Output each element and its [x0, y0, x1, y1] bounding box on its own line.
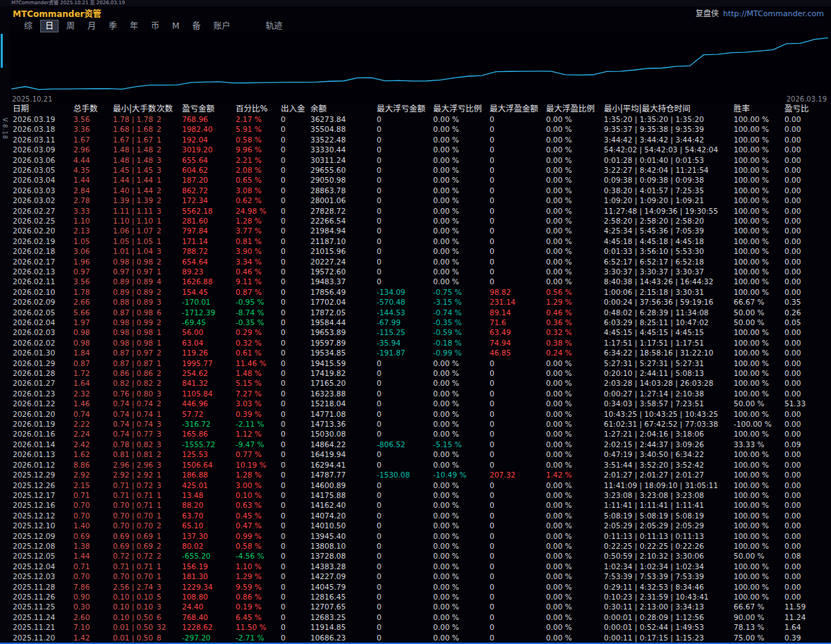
table-row[interactable]: 2026.03.041.441.44 | 1.441187.200.65 %02…	[10, 175, 831, 185]
table-row[interactable]: 2025.11.287.862.56 | 2.7431229.349.59 %0…	[10, 582, 831, 592]
table-row[interactable]: 2026.02.055.660.87 | 0.986-1712.39-8.74 …	[10, 308, 831, 317]
cell-dep: 0	[281, 429, 310, 439]
table-row[interactable]: 2025.12.090.690.69 | 0.691137.300.99 %01…	[10, 531, 831, 541]
cell-mfpp: 0.00 %	[546, 145, 604, 154]
table-row[interactable]: 2026.03.064.441.48 | 1.483655.642.21 %03…	[10, 155, 831, 165]
table-row[interactable]: 2026.02.273.331.11 | 1.1135562.1824.98 %…	[10, 206, 831, 216]
table-row[interactable]: 2025.11.217.100.01 | 0.50321228.6211.50 …	[10, 622, 831, 632]
table-row[interactable]: 2026.02.171.960.98 | 0.982654.643.34 %02…	[10, 257, 831, 267]
cell-bal: 20227.24	[310, 257, 377, 267]
table-row[interactable]: 2026.02.041.970.98 | 0.992-69.45-0.35 %0…	[10, 317, 831, 327]
table-row[interactable]: 2025.12.030.700.70 | 0.701181.301.29 %01…	[10, 571, 831, 581]
menu-item-备[interactable]: 备	[188, 20, 205, 32]
table-row[interactable]: 2026.03.032.841.40 | 1.442862.723.08 %02…	[10, 186, 831, 195]
col-header-win[interactable]: 胜率	[734, 104, 784, 114]
table-row[interactable]: 2026.03.022.781.39 | 1.392172.340.62 %02…	[10, 195, 831, 205]
table-row[interactable]: 2025.12.040.710.71 | 0.711156.191.10 %01…	[10, 561, 831, 571]
table-row[interactable]: 2026.01.290.870.87 | 0.8711995.7711.46 %…	[10, 358, 831, 368]
site-link[interactable]: http://MTCommander.com	[723, 9, 824, 18]
table-row[interactable]: 2026.01.271.640.82 | 0.822841.325.15 %01…	[10, 378, 831, 388]
table-row[interactable]: 2026.02.092.660.88 | 0.893-170.01-0.95 %…	[10, 297, 831, 307]
col-header-hold[interactable]: 最小|平均|最大持仓时间	[604, 104, 734, 114]
table-row[interactable]: 2026.03.193.561.78 | 1.782768.962.17 %03…	[10, 114, 831, 124]
table-row[interactable]: 2025.12.081.380.69 | 0.69280.020.58 %013…	[10, 541, 831, 551]
table-row[interactable]: 2026.01.221.460.74 | 0.742446.963.03 %01…	[10, 399, 831, 408]
cell-pl: 654.64	[182, 257, 236, 267]
menu-item-年[interactable]: 年	[126, 20, 142, 32]
cell-ratio: 0.26	[784, 308, 820, 317]
table-row[interactable]: 2026.01.301.840.87 | 0.972119.260.61 %01…	[10, 348, 831, 358]
table-row[interactable]: 2026.02.183.061.01 | 1.043788.723.90 %02…	[10, 246, 831, 256]
menu-item-季[interactable]: 季	[104, 20, 121, 32]
cell-dep: 0	[281, 175, 310, 185]
table-row[interactable]: 2026.02.130.970.97 | 0.97189.230.46 %019…	[10, 267, 831, 277]
menu-item-周[interactable]: 周	[62, 20, 79, 32]
cell-times: 2	[157, 287, 182, 297]
menu-item-M[interactable]: M	[168, 20, 183, 32]
menu-item-账户[interactable]: 账户	[209, 20, 234, 32]
table-row[interactable]: 2025.12.262.150.71 | 0.723425.013.00 %01…	[10, 480, 831, 490]
table-row[interactable]: 2026.03.111.671.67 | 1.671192.040.58 %03…	[10, 135, 831, 145]
cell-mfp: 0	[490, 592, 546, 602]
col-header-pct[interactable]: 百分比%	[236, 104, 281, 114]
table-row[interactable]: 2026.02.251.101.10 | 1.101281.601.28 %02…	[10, 216, 831, 226]
table-row[interactable]: 2026.01.192.220.74 | 0.743-316.72-2.11 %…	[10, 419, 831, 429]
table-row[interactable]: 2026.03.092.961.48 | 1.4823019.209.96 %0…	[10, 145, 831, 154]
table-row[interactable]: 2026.01.131.620.81 | 0.812125.530.77 %01…	[10, 449, 831, 459]
cell-mfpp: 0.00 %	[546, 531, 604, 541]
col-header-pl[interactable]: 盈亏金额	[182, 104, 236, 114]
cell-hold: 4:45:18 | 4:45:18 | 4:45:18	[604, 236, 734, 246]
col-header-mfp[interactable]: 最大浮盈金额	[490, 104, 546, 114]
table-row[interactable]: 2026.02.101.780.89 | 0.892154.450.87 %01…	[10, 287, 831, 297]
table-row[interactable]: 2025.11.250.300.10 | 0.10324.400.19 %012…	[10, 602, 831, 612]
table-row[interactable]: 2025.12.101.400.70 | 0.70265.100.47 %014…	[10, 521, 831, 530]
cell-mflp: -0.18 %	[433, 338, 490, 348]
table-row[interactable]: 2025.11.260.900.10 | 0.105108.800.86 %01…	[10, 592, 831, 602]
col-header-lots[interactable]: 总手数	[73, 104, 113, 114]
col-header-mfpp[interactable]: 最大浮盈比例	[546, 104, 604, 114]
menu-item-综[interactable]: 综	[20, 20, 37, 32]
table-row[interactable]: 2025.11.242.600.10 | 0.506768.406.45 %01…	[10, 612, 831, 622]
table-row[interactable]: 2025.12.170.710.71 | 0.71113.480.10 %014…	[10, 490, 831, 500]
menu-item-日[interactable]: 日	[41, 20, 58, 32]
table-row[interactable]: 2026.01.281.720.86 | 0.862254.621.48 %01…	[10, 368, 831, 378]
cell-bal: 17872.05	[310, 308, 377, 317]
table-row[interactable]: 2025.12.051.440.72 | 0.722-655.20-4.56 %…	[10, 551, 831, 561]
table-row[interactable]: 2026.03.183.361.68 | 1.6821982.405.91 %0…	[10, 124, 831, 134]
table-row[interactable]: 2025.12.120.700.70 | 0.70163.700.45 %014…	[10, 511, 831, 521]
menu-item-月[interactable]: 月	[83, 20, 100, 32]
table-row[interactable]: 2026.02.113.560.89 | 0.8941626.889.11 %0…	[10, 277, 831, 286]
table-row[interactable]: 2026.01.162.240.74 | 0.773165.861.12 %01…	[10, 429, 831, 439]
table-row[interactable]: 2025.12.292.922.92 | 2.921186.881.28 %01…	[10, 470, 831, 480]
menu-item-轨迹[interactable]: 轨迹	[262, 20, 287, 32]
equity-line	[11, 37, 828, 89]
cell-pl: 181.30	[182, 571, 236, 581]
col-header-minmax[interactable]: 最小|大手数	[113, 104, 157, 114]
col-header-mfl[interactable]: 最大浮亏金额	[377, 104, 433, 114]
table-row[interactable]: 2026.01.232.320.76 | 0.8031105.847.27 %0…	[10, 389, 831, 399]
table-row[interactable]: 2026.02.020.980.98 | 0.98163.040.32 %019…	[10, 338, 831, 348]
menu-group: 综日周月季年币M备账户轨迹	[20, 20, 291, 32]
table-row[interactable]: 2025.12.160.700.70 | 0.71188.200.63 %014…	[10, 500, 831, 510]
cell-hold: 2:58:20 | 2:58:20 | 2:58:20	[604, 216, 734, 226]
table-row[interactable]: 2026.03.054.351.45 | 1.453604.622.08 %02…	[10, 165, 831, 175]
table-row[interactable]: 2026.02.202.131.06 | 1.072797.843.77 %02…	[10, 226, 831, 236]
table-row[interactable]: 2026.02.030.980.98 | 0.98156.000.29 %019…	[10, 327, 831, 337]
cell-ratio: 0.00	[784, 571, 820, 581]
col-header-bal[interactable]: 余额	[310, 104, 377, 114]
table-row[interactable]: 2026.01.200.740.74 | 0.74157.720.39 %014…	[10, 409, 831, 419]
col-header-times[interactable]: 次数	[157, 104, 182, 114]
cell-pl: 1229.34	[182, 582, 236, 592]
col-header-dep[interactable]: 出入金	[281, 104, 310, 114]
cell-mfp: 0	[490, 124, 546, 134]
table-row[interactable]: 2026.02.191.051.05 | 1.051171.140.81 %02…	[10, 236, 831, 246]
col-header-ratio[interactable]: 盈亏比	[784, 104, 820, 114]
menu-item-币[interactable]: 币	[147, 20, 164, 32]
cell-dep: 0	[281, 206, 310, 216]
table-row[interactable]: 2026.01.128.862.96 | 2.9631506.6410.19 %…	[10, 460, 831, 470]
col-header-mflp[interactable]: 最大浮亏比例	[433, 104, 490, 114]
col-header-date[interactable]: 日期	[13, 104, 73, 114]
table-row[interactable]: 2026.01.142.420.78 | 0.823-1555.72-9.47 …	[10, 439, 831, 449]
cell-lots: 0.90	[73, 592, 113, 602]
table-row[interactable]: 2025.11.201.420.01 | 0.508-297.20-2.71 %…	[10, 633, 831, 643]
